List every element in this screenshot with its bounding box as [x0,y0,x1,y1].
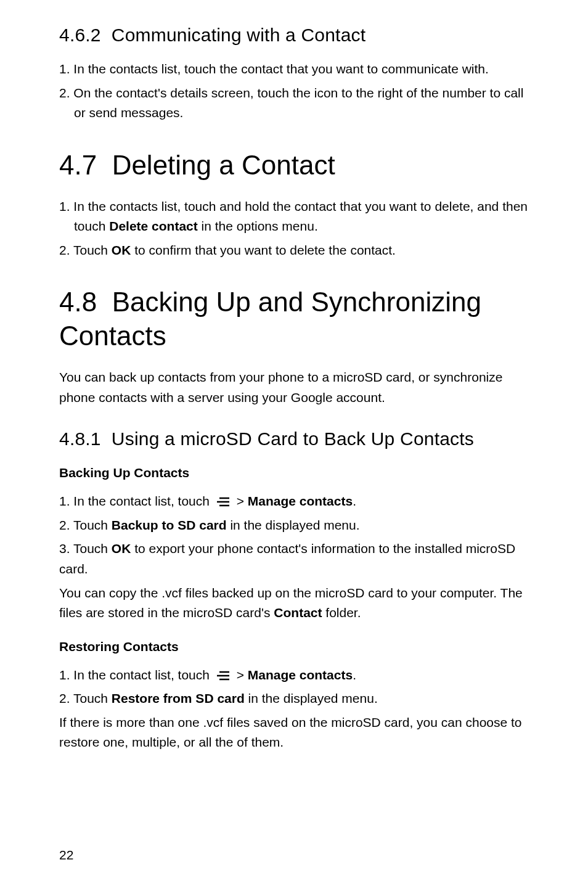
text: in the displayed menu. [227,518,360,532]
text: . [353,494,356,508]
step-1: 1. In the contacts list, touch and hold … [59,197,529,237]
text: 2. Touch [59,518,112,532]
heading-text: Backing Up and Synchronizing Contacts [59,287,481,351]
text: to confirm that you want to delete the c… [131,243,396,257]
heading-4-6-2: 4.6.2 Communicating with a Contact [59,25,529,46]
heading-4-8: 4.8 Backing Up and Synchronizing Contact… [59,285,529,353]
bold-text: OK [112,243,131,257]
backup-step-2: 2. Touch Backup to SD card in the displa… [59,515,529,536]
bold-text: Manage contacts [248,668,353,682]
restoring-heading: Restoring Contacts [59,639,529,654]
heading-4-8-1: 4.8.1 Using a microSD Card to Back Up Co… [59,428,529,449]
text: > [233,668,248,682]
restore-step-2: 2. Touch Restore from SD card in the dis… [59,689,529,709]
backup-step-3: 3. Touch OK to export your phone contact… [59,539,529,579]
heading-num: 4.8 [59,287,97,317]
backing-up-heading: Backing Up Contacts [59,465,529,480]
bold-text: Delete contact [109,219,198,233]
text: 2. Touch [59,243,112,257]
heading-text: Using a microSD Card to Back Up Contacts [112,428,474,449]
restore-step-1: 1. In the contact list, touch > Manage c… [59,665,529,686]
bold-text: Manage contacts [248,494,353,508]
step-2: 2. On the contact's details screen, touc… [59,83,529,123]
heading-4-7: 4.7 Deleting a Contact [59,148,529,182]
intro-para: You can back up contacts from your phone… [59,367,529,408]
restore-note: If there is more than one .vcf files sav… [59,713,529,753]
bold-text: Backup to SD card [112,518,227,532]
text: folder. [322,605,361,620]
heading-text: Communicating with a Contact [112,25,365,45]
backup-step-1: 1. In the contact list, touch > Manage c… [59,491,529,512]
bold-text: OK [112,541,131,555]
text: > [233,494,248,508]
heading-num: 4.7 [59,150,97,180]
step-1: 1. In the contacts list, touch the conta… [59,59,529,80]
text: 2. Touch [59,691,112,705]
text: . [353,668,356,682]
backup-note: You can copy the .vcf files backed up on… [59,583,529,623]
text: in the displayed menu. [245,691,378,705]
heading-num: 4.6.2 [59,25,101,45]
step-2: 2. Touch OK to confirm that you want to … [59,240,529,261]
heading-text: Deleting a Contact [112,150,335,180]
text: in the options menu. [198,219,318,233]
page-number: 22 [59,848,73,863]
bold-text: Restore from SD card [112,691,245,705]
menu-icon [216,496,231,508]
menu-icon [216,670,231,682]
text: 1. In the contact list, touch [59,494,213,508]
bold-text: Contact [274,605,322,620]
text: 3. Touch [59,541,112,555]
heading-num: 4.8.1 [59,428,101,449]
text: 1. In the contact list, touch [59,668,213,682]
